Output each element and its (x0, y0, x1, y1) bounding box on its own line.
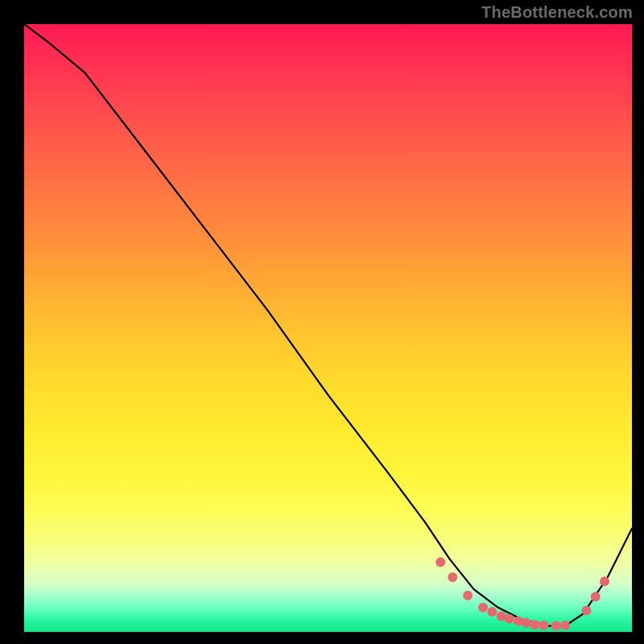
data-marker (591, 592, 601, 601)
plot-area (24, 24, 632, 632)
curve-layer (24, 24, 632, 632)
data-marker (463, 591, 473, 601)
data-marker (436, 557, 445, 567)
data-markers (436, 557, 609, 630)
data-marker (600, 576, 609, 586)
bottleneck-curve (24, 24, 632, 626)
data-marker (478, 603, 488, 613)
data-marker (522, 618, 531, 628)
data-marker (487, 607, 497, 617)
data-marker (539, 621, 549, 630)
data-marker (551, 621, 561, 631)
data-marker (581, 606, 591, 616)
chart-frame: { "watermark": "TheBottleneck.com", "cha… (0, 0, 644, 644)
data-marker (530, 620, 539, 630)
data-marker (505, 613, 514, 623)
data-marker (448, 572, 457, 582)
data-marker (560, 621, 570, 630)
watermark-text: TheBottleneck.com (481, 3, 633, 22)
